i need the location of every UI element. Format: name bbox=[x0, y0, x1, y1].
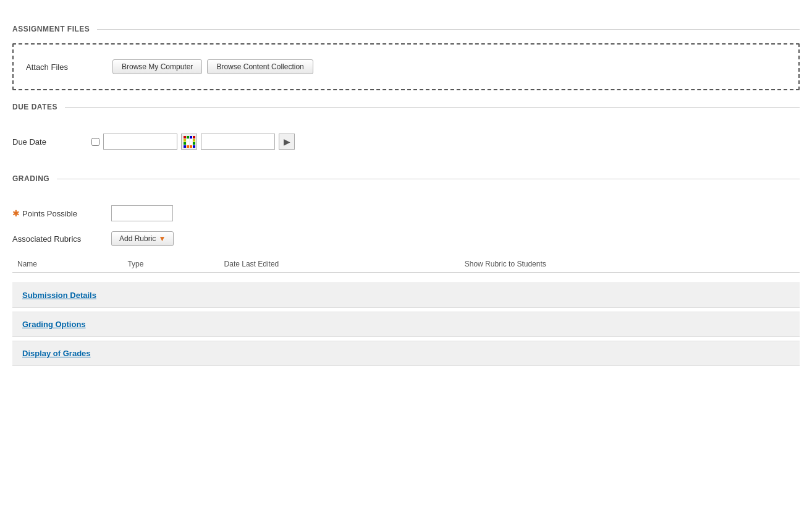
calendar-icon bbox=[184, 136, 195, 148]
grading-content: ✱ Points Possible Associated Rubrics Add… bbox=[12, 193, 800, 279]
due-date-label: Due Date bbox=[12, 137, 87, 147]
due-date-row: Due Date bbox=[12, 121, 800, 162]
time-go-button[interactable]: ▶ bbox=[279, 134, 295, 150]
assignment-files-section-header: ASSIGNMENT FILES bbox=[12, 25, 800, 33]
grading-title: GRADING bbox=[12, 174, 57, 183]
collapsible-section-submission-details: Submission Details bbox=[12, 283, 800, 308]
points-possible-label: Points Possible bbox=[22, 209, 77, 218]
add-rubric-label: Add Rubric bbox=[119, 234, 156, 243]
collapsible-link-grading-options[interactable]: Grading Options bbox=[12, 312, 800, 336]
due-dates-section-header: DUE DATES bbox=[12, 103, 800, 111]
rubric-arrow-icon: ▼ bbox=[158, 234, 166, 243]
rubric-table-header-row: Name Type Date Last Edited Show Rubric t… bbox=[12, 256, 800, 273]
associated-rubrics-label: Associated Rubrics bbox=[12, 234, 111, 244]
due-date-date-input[interactable] bbox=[103, 134, 177, 150]
attach-files-buttons: Browse My Computer Browse Content Collec… bbox=[112, 59, 313, 74]
rubric-col-date-last-edited: Date Last Edited bbox=[219, 256, 460, 273]
attach-files-box: Attach Files Browse My Computer Browse C… bbox=[12, 43, 800, 90]
points-possible-row: ✱ Points Possible bbox=[12, 205, 800, 221]
rubric-col-name: Name bbox=[12, 256, 122, 273]
page-container: ASSIGNMENT FILES Attach Files Browse My … bbox=[0, 0, 812, 378]
collapsible-link-submission-details[interactable]: Submission Details bbox=[12, 283, 800, 307]
browse-content-collection-button[interactable]: Browse Content Collection bbox=[207, 59, 313, 74]
points-possible-label-group: ✱ Points Possible bbox=[12, 208, 111, 218]
associated-rubrics-controls: Add Rubric ▼ bbox=[111, 231, 174, 246]
rubric-col-type: Type bbox=[122, 256, 219, 273]
collapsible-section-display-of-grades: Display of Grades bbox=[12, 341, 800, 366]
due-date-controls: ▶ bbox=[91, 134, 295, 150]
points-possible-input[interactable] bbox=[111, 205, 173, 221]
collapsible-section-grading-options: Grading Options bbox=[12, 312, 800, 337]
add-rubric-button[interactable]: Add Rubric ▼ bbox=[111, 231, 174, 246]
due-dates-title: DUE DATES bbox=[12, 103, 65, 111]
associated-rubrics-row: Associated Rubrics Add Rubric ▼ bbox=[12, 231, 800, 246]
due-dates-divider bbox=[65, 107, 800, 108]
attach-files-label: Attach Files bbox=[26, 62, 100, 72]
assignment-files-divider bbox=[97, 29, 800, 30]
calendar-button[interactable] bbox=[181, 134, 197, 150]
browse-my-computer-button[interactable]: Browse My Computer bbox=[112, 59, 202, 74]
due-date-checkbox[interactable] bbox=[91, 138, 99, 146]
grading-divider bbox=[57, 179, 800, 179]
rubric-table: Name Type Date Last Edited Show Rubric t… bbox=[12, 256, 800, 273]
due-date-time-input[interactable] bbox=[201, 134, 275, 150]
collapsible-link-display-of-grades[interactable]: Display of Grades bbox=[12, 341, 800, 365]
rubric-col-show-rubric: Show Rubric to Students bbox=[460, 256, 800, 273]
grading-section-header: GRADING bbox=[12, 174, 800, 183]
collapsible-sections-container: Submission DetailsGrading OptionsDisplay… bbox=[12, 283, 800, 366]
assignment-files-title: ASSIGNMENT FILES bbox=[12, 25, 97, 33]
required-star: ✱ bbox=[12, 208, 20, 218]
